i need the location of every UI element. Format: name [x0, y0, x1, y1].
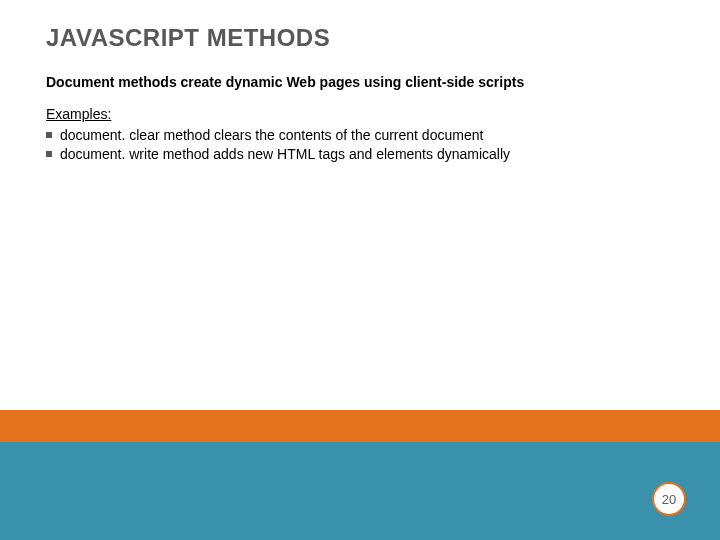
slide: JAVASCRIPT METHODS Document methods crea…	[0, 0, 720, 540]
teal-band	[0, 442, 720, 540]
page-number-badge: 20	[652, 482, 686, 516]
list-item: document. write method adds new HTML tag…	[46, 145, 674, 164]
slide-title: JAVASCRIPT METHODS	[46, 24, 674, 52]
footer: 20	[0, 410, 720, 540]
slide-subtitle: Document methods create dynamic Web page…	[46, 74, 674, 90]
list-item: document. clear method clears the conten…	[46, 126, 674, 145]
page-number: 20	[662, 492, 676, 507]
examples-label: Examples:	[46, 106, 674, 122]
content-area: JAVASCRIPT METHODS Document methods crea…	[46, 24, 674, 164]
orange-band	[0, 410, 720, 442]
bullet-list: document. clear method clears the conten…	[46, 126, 674, 164]
